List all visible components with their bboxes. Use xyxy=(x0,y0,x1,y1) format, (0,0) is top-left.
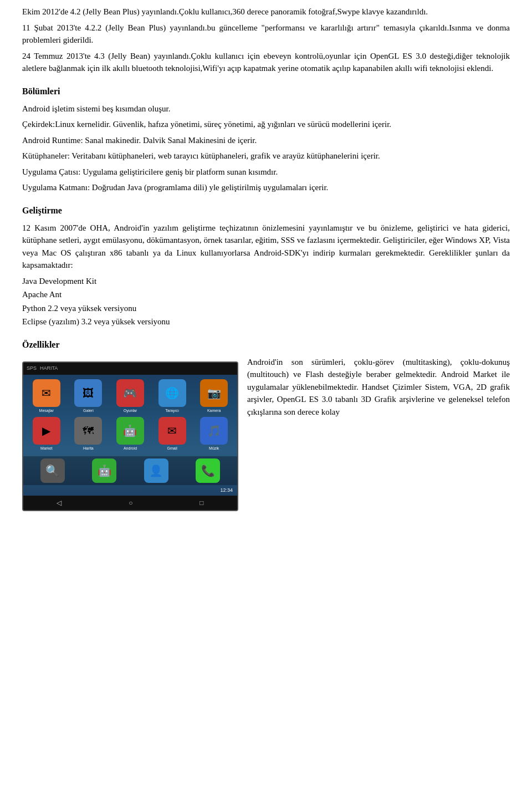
app-item-dock2: 🤖 xyxy=(92,458,116,483)
requirements-list: Java Development Kit Apache Ant Python 2… xyxy=(22,275,510,328)
app-icon-1: ✉ xyxy=(33,379,60,407)
app-label-7: Harita xyxy=(83,446,94,452)
paragraph-2: 11 Şubat 2013'te 4.2.2 (Jelly Bean Plus)… xyxy=(22,22,510,47)
nav-recent: □ xyxy=(200,498,203,508)
android-nav-bar: ◁ ○ □ xyxy=(23,496,237,510)
app-label-3: Oyunlar xyxy=(124,408,137,414)
app-icon-3: 🎮 xyxy=(116,379,144,407)
android-top-label-2: HARITA xyxy=(40,365,58,373)
app-item-dock1: 🔍 xyxy=(40,458,65,483)
app-item-2: 🖼 Galeri xyxy=(69,379,109,414)
app-label-9: Gmail xyxy=(167,446,177,452)
list-item-3: Python 2.2 veya yüksek versiyonu xyxy=(22,302,510,315)
app-item-dock3: 👤 xyxy=(144,458,168,483)
ozellikler-section: Özellikler SPS HARITA ✉ Mesajlar 🖼 Galer… xyxy=(22,338,510,517)
android-screenshot: SPS HARITA ✉ Mesajlar 🖼 Galeri 🎮 Oyunlar… xyxy=(22,361,238,511)
bolumler-p4: Kütüphaneler: Veritabanı kütüphaneleri, … xyxy=(22,150,510,162)
android-app-grid-row2: ▶ Market 🗺 Harita 🤖 Android ✉ Gmail 🎵 Mü… xyxy=(23,416,237,454)
android-top-bar: SPS HARITA xyxy=(23,363,237,375)
android-app-grid-row1: ✉ Mesajlar 🖼 Galeri 🎮 Oyunlar 🌐 Tarayıcı… xyxy=(23,375,237,416)
app-item-6: ▶ Market xyxy=(27,417,66,452)
android-timestamp: 12:34 xyxy=(220,487,233,495)
app-icon-6: ▶ xyxy=(33,417,60,445)
app-icon-10: 🎵 xyxy=(200,417,228,445)
app-icon-9: ✉ xyxy=(158,417,186,445)
app-item-3: 🎮 Oyunlar xyxy=(110,379,150,414)
bolumler-section: Bölümleri Android işletim sistemi beş kı… xyxy=(22,85,510,194)
dock-icon-3: 👤 xyxy=(144,458,168,483)
list-item-1: Java Development Kit xyxy=(22,275,510,288)
gelistirme-heading: Geliştirme xyxy=(22,204,510,217)
bolumler-heading: Bölümleri xyxy=(22,85,510,98)
app-icon-8: 🤖 xyxy=(116,417,144,445)
bolumler-p6: Uygulama Katmanı: Doğrudan Java (program… xyxy=(22,181,510,194)
bolumler-p1: Android işletim sistemi beş kısımdan olu… xyxy=(22,103,510,115)
app-label-2: Galeri xyxy=(83,408,94,414)
app-item-7: 🗺 Harita xyxy=(69,417,109,452)
nav-back: ◁ xyxy=(57,498,62,508)
app-label-6: Market xyxy=(40,446,52,452)
app-label-1: Mesajlar xyxy=(39,408,54,414)
app-item-dock4: 📞 xyxy=(196,458,220,483)
bolumler-p5: Uygulama Çatısı: Uygulama geliştiriciler… xyxy=(22,166,510,179)
dock-icon-4: 📞 xyxy=(196,458,220,483)
app-item-1: ✉ Mesajlar xyxy=(27,379,66,414)
app-icon-7: 🗺 xyxy=(74,417,102,445)
list-item-2: Apache Ant xyxy=(22,288,510,301)
paragraph-3: 24 Temmuz 2013'te 4.3 (Jelly Bean) yayın… xyxy=(22,50,510,75)
gelistirme-section: Geliştirme 12 Kasım 2007'de OHA, Android… xyxy=(22,204,510,328)
android-bottom-row: 🔍 🤖 👤 📞 xyxy=(23,456,237,485)
gelistirme-p1: 12 Kasım 2007'de OHA, Android'in yazılım… xyxy=(22,222,510,272)
bolumler-p2: Çekirdek:Linux kernelidir. Güvenlik, haf… xyxy=(22,118,510,131)
app-label-10: Müzik xyxy=(209,446,219,452)
app-item-10: 🎵 Müzik xyxy=(194,417,234,452)
dock-icon-2: 🤖 xyxy=(92,458,116,483)
app-label-5: Kamera xyxy=(207,408,221,414)
app-item-4: 🌐 Tarayıcı xyxy=(152,379,192,414)
app-icon-4: 🌐 xyxy=(158,379,186,407)
nav-home: ○ xyxy=(129,498,132,508)
app-icon-2: 🖼 xyxy=(74,379,102,407)
app-label-4: Tarayıcı xyxy=(165,408,179,414)
list-item-4: Eclipse (yazılım) 3.2 veya yüksek versiy… xyxy=(22,315,510,328)
bolumler-p3: Android Runtime: Sanal makinedir. Dalvik… xyxy=(22,134,510,147)
paragraph-1: Ekim 2012'de 4.2 (Jelly Bean Plus) yayın… xyxy=(22,6,510,18)
app-item-9: ✉ Gmail xyxy=(152,417,192,452)
android-top-label-1: SPS xyxy=(27,365,37,373)
dock-icon-1: 🔍 xyxy=(40,458,65,483)
app-item-8: 🤖 Android xyxy=(110,417,150,452)
app-label-8: Android xyxy=(124,446,137,452)
app-item-5: 📷 Kamera xyxy=(194,379,234,414)
app-icon-5: 📷 xyxy=(200,379,228,407)
ozellikler-heading: Özellikler xyxy=(22,338,510,351)
